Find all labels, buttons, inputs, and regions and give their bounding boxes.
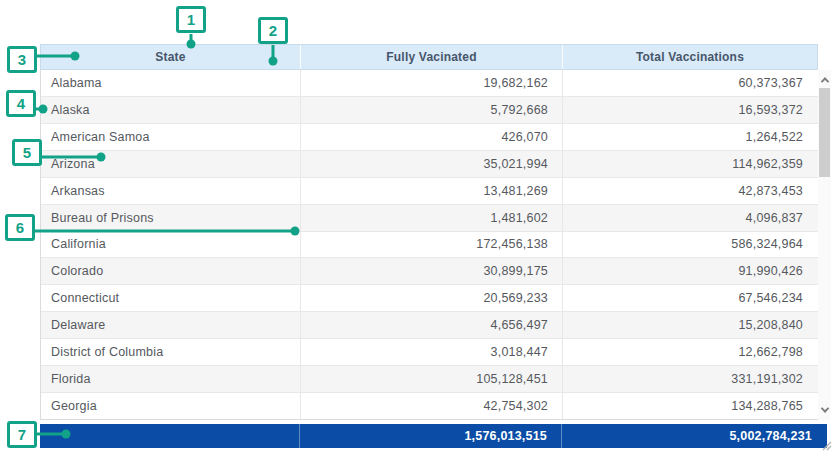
cell-state: Bureau of Prisons bbox=[41, 205, 300, 231]
scrollbar-thumb[interactable] bbox=[819, 88, 830, 177]
table-row-california[interactable]: California172,456,138586,324,964 bbox=[41, 232, 818, 259]
table-body: Alabama19,682,16260,373,367Alaska5,792,6… bbox=[40, 70, 818, 420]
dashboard-table-screenshot: State Fully Vacinated Total Vaccinations… bbox=[0, 0, 833, 453]
table-row-bureau-of-prisons[interactable]: Bureau of Prisons1,481,6024,096,837 bbox=[41, 205, 818, 232]
callout-box-7: 7 bbox=[7, 421, 37, 448]
cell-total-vaccinations: 42,873,453 bbox=[562, 178, 818, 204]
cell-state: California bbox=[41, 232, 300, 258]
callout-box-6: 6 bbox=[5, 214, 35, 241]
callout-box-1: 1 bbox=[176, 6, 206, 33]
cell-total-vaccinations: 331,191,302 bbox=[562, 366, 818, 392]
chevron-up-icon bbox=[820, 77, 828, 85]
table-row-florida[interactable]: Florida105,128,451331,191,302 bbox=[41, 366, 818, 393]
table-row-arizona[interactable]: Arizona35,021,994114,962,359 bbox=[41, 151, 818, 178]
vertical-scrollbar[interactable] bbox=[818, 70, 831, 420]
table-row-colorado[interactable]: Colorado30,899,17591,990,426 bbox=[41, 258, 818, 285]
cell-state: Alabama bbox=[41, 70, 300, 96]
cell-state: Connecticut bbox=[41, 285, 300, 311]
cell-fully-vaccinated: 5,792,668 bbox=[300, 97, 562, 123]
scroll-up-button[interactable] bbox=[818, 72, 831, 88]
cell-total-vaccinations: 12,662,798 bbox=[562, 339, 818, 365]
cell-total-vaccinations: 60,373,367 bbox=[562, 70, 818, 96]
cell-fully-vaccinated: 172,456,138 bbox=[300, 232, 562, 258]
cell-fully-vaccinated: 1,481,602 bbox=[300, 205, 562, 231]
cell-fully-vaccinated: 42,754,302 bbox=[300, 393, 562, 419]
cell-total-vaccinations: 4,096,837 bbox=[562, 205, 818, 231]
table-row-alaska[interactable]: Alaska5,792,66816,593,372 bbox=[41, 97, 818, 124]
callout-box-5: 5 bbox=[12, 139, 42, 166]
cell-total-vaccinations: 114,962,359 bbox=[562, 151, 818, 177]
cell-fully-vaccinated: 3,018,447 bbox=[300, 339, 562, 365]
cell-state: Arizona bbox=[41, 151, 300, 177]
cell-fully-vaccinated: 30,899,175 bbox=[300, 258, 562, 284]
cell-state: Georgia bbox=[41, 393, 300, 419]
table-row-district-of-columbia[interactable]: District of Columbia3,018,44712,662,798 bbox=[41, 339, 818, 366]
cell-fully-vaccinated: 426,070 bbox=[300, 124, 562, 150]
total-cell-total-vaccinations: 5,002,784,231 bbox=[561, 424, 827, 448]
table-row-arkansas[interactable]: Arkansas13,481,26942,873,453 bbox=[41, 178, 818, 205]
cell-total-vaccinations: 586,324,964 bbox=[562, 232, 818, 258]
cell-state: Arkansas bbox=[41, 178, 300, 204]
cell-fully-vaccinated: 35,021,994 bbox=[300, 151, 562, 177]
total-cell-state bbox=[40, 424, 299, 448]
callout-box-3: 3 bbox=[7, 46, 37, 73]
cell-fully-vaccinated: 20,569,233 bbox=[300, 285, 562, 311]
cell-fully-vaccinated: 13,481,269 bbox=[300, 178, 562, 204]
cell-state: American Samoa bbox=[41, 124, 300, 150]
callout-box-4: 4 bbox=[6, 90, 36, 117]
cell-total-vaccinations: 16,593,372 bbox=[562, 97, 818, 123]
column-header-state[interactable]: State bbox=[41, 45, 300, 69]
cell-total-vaccinations: 1,264,522 bbox=[562, 124, 818, 150]
table-row-connecticut[interactable]: Connecticut20,569,23367,546,234 bbox=[41, 285, 818, 312]
cell-fully-vaccinated: 4,656,497 bbox=[300, 312, 562, 338]
cell-state: District of Columbia bbox=[41, 339, 300, 365]
column-header-fully-vaccinated[interactable]: Fully Vacinated bbox=[300, 45, 562, 69]
table-row-georgia[interactable]: Georgia42,754,302134,288,765 bbox=[41, 393, 818, 419]
cell-total-vaccinations: 67,546,234 bbox=[562, 285, 818, 311]
resize-grip-icon bbox=[822, 441, 832, 451]
table-header: State Fully Vacinated Total Vaccinations bbox=[40, 44, 818, 70]
cell-total-vaccinations: 134,288,765 bbox=[562, 393, 818, 419]
table-row-alabama[interactable]: Alabama19,682,16260,373,367 bbox=[41, 70, 818, 97]
cell-state: Florida bbox=[41, 366, 300, 392]
cell-fully-vaccinated: 19,682,162 bbox=[300, 70, 562, 96]
cell-total-vaccinations: 91,990,426 bbox=[562, 258, 818, 284]
total-cell-fully-vaccinated: 1,576,013,515 bbox=[299, 424, 561, 448]
table-row-american-samoa[interactable]: American Samoa426,0701,264,522 bbox=[41, 124, 818, 151]
cell-state: Colorado bbox=[41, 258, 300, 284]
scroll-down-button[interactable] bbox=[818, 402, 831, 418]
table-total-row: 1,576,013,515 5,002,784,231 bbox=[40, 424, 827, 448]
callout-box-2: 2 bbox=[258, 17, 288, 44]
table-row-delaware[interactable]: Delaware4,656,49715,208,840 bbox=[41, 312, 818, 339]
cell-total-vaccinations: 15,208,840 bbox=[562, 312, 818, 338]
cell-fully-vaccinated: 105,128,451 bbox=[300, 366, 562, 392]
cell-state: Alaska bbox=[41, 97, 300, 123]
column-header-total-vaccinations[interactable]: Total Vaccinations bbox=[562, 45, 817, 69]
cell-state: Delaware bbox=[41, 312, 300, 338]
chevron-down-icon bbox=[820, 404, 828, 412]
